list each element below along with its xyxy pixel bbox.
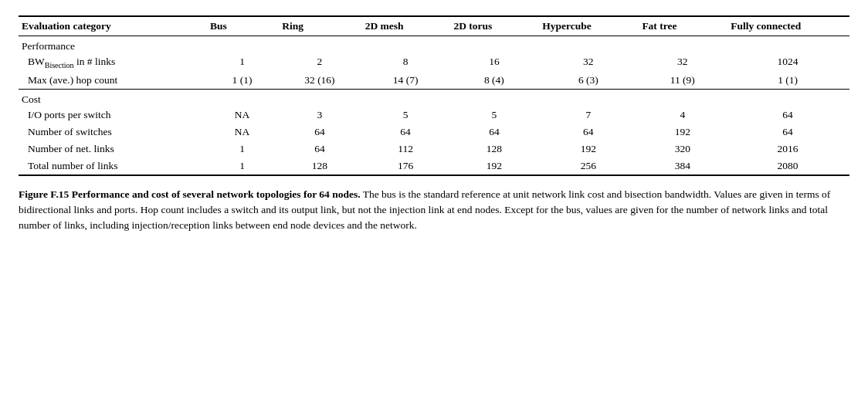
row-netlinks-label: Number of net. links bbox=[19, 141, 207, 158]
row-bw-bus: 1 bbox=[207, 53, 279, 72]
row-hop-ring: 32 (16) bbox=[279, 72, 362, 90]
row-hop-fat: 11 (9) bbox=[639, 72, 727, 90]
row-hop-full: 1 (1) bbox=[727, 72, 849, 90]
row-bw-label: BWBisection in # links bbox=[19, 53, 207, 72]
header-torus: 2D torus bbox=[451, 16, 540, 36]
row-switches-torus: 64 bbox=[451, 124, 540, 141]
row-totallinks-label: Total number of links bbox=[19, 158, 207, 175]
row-io-ring: 3 bbox=[279, 107, 362, 124]
row-bw-torus: 16 bbox=[451, 53, 540, 72]
table-row: Number of net. links 1 64 112 128 192 32… bbox=[19, 141, 849, 158]
row-netlinks-mesh: 112 bbox=[362, 141, 451, 158]
row-bw-fat: 32 bbox=[639, 53, 727, 72]
row-switches-hyper: 64 bbox=[539, 124, 639, 141]
row-switches-ring: 64 bbox=[279, 124, 362, 141]
row-totallinks-fat: 384 bbox=[639, 158, 727, 175]
row-hop-mesh: 14 (7) bbox=[362, 72, 451, 90]
topology-table: Evaluation category Bus Ring 2D mesh 2D … bbox=[19, 15, 849, 176]
section-performance: Performance bbox=[19, 36, 849, 54]
row-hop-torus: 8 (4) bbox=[451, 72, 540, 90]
table-row: Total number of links 1 128 176 192 256 … bbox=[19, 158, 849, 175]
header-fat: Fat tree bbox=[639, 16, 727, 36]
table-container: Evaluation category Bus Ring 2D mesh 2D … bbox=[19, 15, 849, 176]
row-bw-hyper: 32 bbox=[539, 53, 639, 72]
header-bus: Bus bbox=[207, 16, 279, 36]
row-hop-label: Max (ave.) hop count bbox=[19, 72, 207, 90]
row-io-hyper: 7 bbox=[539, 107, 639, 124]
row-switches-fat: 192 bbox=[639, 124, 727, 141]
row-netlinks-torus: 128 bbox=[451, 141, 540, 158]
row-switches-full: 64 bbox=[727, 124, 849, 141]
header-hyper: Hypercube bbox=[539, 16, 639, 36]
header-full: Fully connected bbox=[727, 16, 849, 36]
table-row: Max (ave.) hop count 1 (1) 32 (16) 14 (7… bbox=[19, 72, 849, 90]
row-switches-mesh: 64 bbox=[362, 124, 451, 141]
row-io-label: I/O ports per switch bbox=[19, 107, 207, 124]
row-io-mesh: 5 bbox=[362, 107, 451, 124]
row-bw-full: 1024 bbox=[727, 53, 849, 72]
row-totallinks-bus: 1 bbox=[207, 158, 279, 175]
table-row: I/O ports per switch NA 3 5 5 7 4 64 bbox=[19, 107, 849, 124]
section-cost: Cost bbox=[19, 89, 849, 107]
row-io-fat: 4 bbox=[639, 107, 727, 124]
section-performance-label: Performance bbox=[19, 36, 849, 54]
row-netlinks-ring: 64 bbox=[279, 141, 362, 158]
figure-caption: Figure F.15 Performance and cost of seve… bbox=[19, 187, 849, 234]
row-io-bus: NA bbox=[207, 107, 279, 124]
row-netlinks-full: 2016 bbox=[727, 141, 849, 158]
bw-sub: Bisection bbox=[45, 61, 74, 69]
row-netlinks-bus: 1 bbox=[207, 141, 279, 158]
row-hop-hyper: 6 (3) bbox=[539, 72, 639, 90]
row-bw-ring: 2 bbox=[279, 53, 362, 72]
section-cost-label: Cost bbox=[19, 89, 849, 107]
caption-label: Figure F.15 bbox=[19, 188, 69, 200]
row-totallinks-hyper: 256 bbox=[539, 158, 639, 175]
row-io-full: 64 bbox=[727, 107, 849, 124]
row-netlinks-hyper: 192 bbox=[539, 141, 639, 158]
caption-bold-text: Performance and cost of several network … bbox=[72, 188, 361, 200]
row-netlinks-fat: 320 bbox=[639, 141, 727, 158]
row-totallinks-ring: 128 bbox=[279, 158, 362, 175]
header-ring: Ring bbox=[279, 16, 362, 36]
header-eval: Evaluation category bbox=[19, 16, 207, 36]
row-switches-label: Number of switches bbox=[19, 124, 207, 141]
table-row: Number of switches NA 64 64 64 64 192 64 bbox=[19, 124, 849, 141]
header-mesh: 2D mesh bbox=[362, 16, 451, 36]
table-row: BWBisection in # links 1 2 8 16 32 32 10… bbox=[19, 53, 849, 72]
row-io-torus: 5 bbox=[451, 107, 540, 124]
row-hop-bus: 1 (1) bbox=[207, 72, 279, 90]
row-bw-mesh: 8 bbox=[362, 53, 451, 72]
row-totallinks-torus: 192 bbox=[451, 158, 540, 175]
row-totallinks-mesh: 176 bbox=[362, 158, 451, 175]
row-switches-bus: NA bbox=[207, 124, 279, 141]
row-totallinks-full: 2080 bbox=[727, 158, 849, 175]
